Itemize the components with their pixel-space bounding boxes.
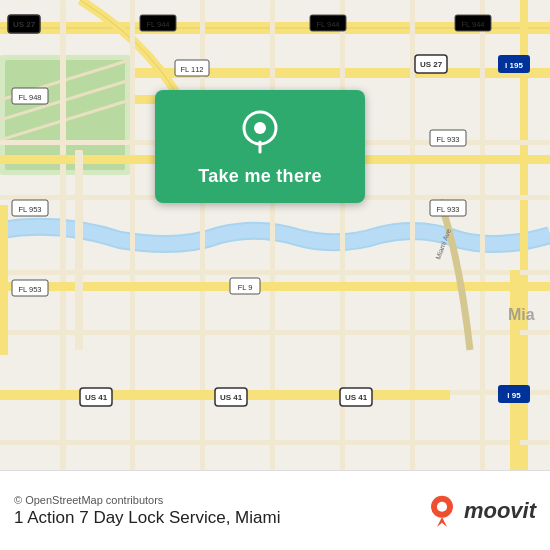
svg-text:US 41: US 41 bbox=[85, 393, 108, 402]
map-svg: US 27 FL 944 FL 944 FL 944 FL 112 FL 948… bbox=[0, 0, 550, 470]
location-pin-icon bbox=[236, 108, 284, 156]
moovit-pin-icon bbox=[426, 495, 458, 527]
svg-text:US 27: US 27 bbox=[13, 20, 36, 29]
moovit-logo: moovit bbox=[426, 495, 536, 527]
moovit-brand-text: moovit bbox=[464, 498, 536, 524]
svg-text:Mia: Mia bbox=[508, 306, 535, 323]
svg-point-69 bbox=[254, 122, 266, 134]
take-me-there-label: Take me there bbox=[198, 166, 322, 187]
take-me-there-button[interactable]: Take me there bbox=[155, 90, 365, 203]
svg-text:FL 953: FL 953 bbox=[18, 285, 41, 294]
svg-text:FL 112: FL 112 bbox=[180, 65, 203, 74]
svg-text:I 95: I 95 bbox=[507, 391, 521, 400]
svg-text:FL 953: FL 953 bbox=[18, 205, 41, 214]
svg-text:US 41: US 41 bbox=[220, 393, 243, 402]
svg-text:US 27: US 27 bbox=[420, 60, 443, 69]
svg-text:FL 944: FL 944 bbox=[146, 20, 169, 29]
map-attribution: © OpenStreetMap contributors bbox=[14, 494, 280, 506]
svg-text:FL 933: FL 933 bbox=[436, 135, 459, 144]
svg-text:FL 9: FL 9 bbox=[238, 283, 253, 292]
svg-rect-31 bbox=[510, 270, 520, 470]
svg-text:FL 944: FL 944 bbox=[316, 20, 339, 29]
svg-point-71 bbox=[437, 501, 447, 511]
svg-rect-25 bbox=[0, 440, 550, 445]
location-name: 1 Action 7 Day Lock Service, Miami bbox=[14, 508, 280, 528]
svg-text:FL 933: FL 933 bbox=[436, 205, 459, 214]
svg-text:FL 944: FL 944 bbox=[461, 20, 484, 29]
bottom-left-info: © OpenStreetMap contributors 1 Action 7 … bbox=[14, 494, 280, 528]
svg-rect-30 bbox=[75, 150, 83, 350]
svg-rect-18 bbox=[480, 0, 485, 470]
svg-text:FL 948: FL 948 bbox=[18, 93, 41, 102]
map-container: US 27 FL 944 FL 944 FL 944 FL 112 FL 948… bbox=[0, 0, 550, 470]
svg-text:US 41: US 41 bbox=[345, 393, 368, 402]
svg-text:I 195: I 195 bbox=[505, 61, 523, 70]
svg-rect-29 bbox=[0, 205, 8, 355]
bottom-bar: © OpenStreetMap contributors 1 Action 7 … bbox=[0, 470, 550, 550]
